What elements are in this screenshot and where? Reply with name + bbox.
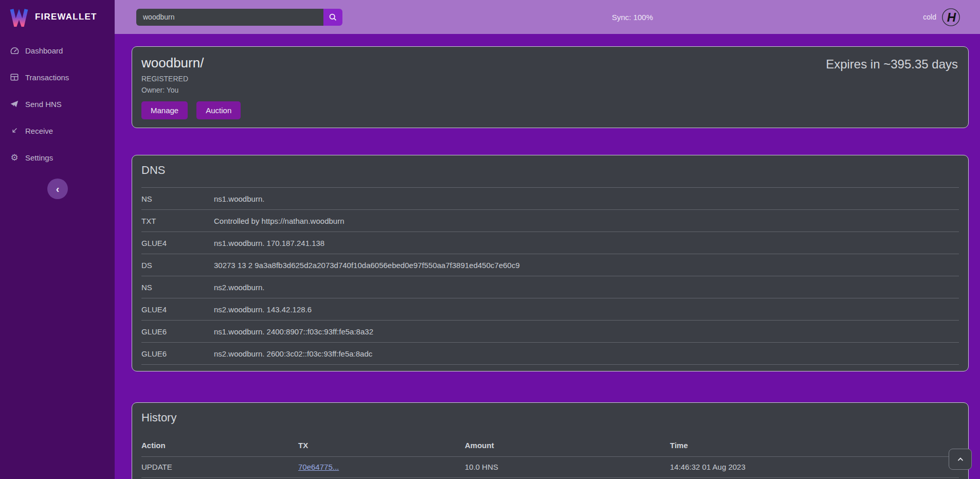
- sidebar-item-dashboard[interactable]: Dashboard: [0, 37, 115, 64]
- dns-record-row: NS ns2.woodburn.: [141, 276, 959, 298]
- dns-record-row: NS ns1.woodburn.: [141, 188, 959, 210]
- svg-text:H: H: [947, 10, 956, 24]
- history-col-time: Time: [670, 435, 959, 456]
- tx-link[interactable]: 70e64775...: [298, 463, 339, 471]
- chevron-up-icon: [956, 455, 965, 464]
- settings-icon: ⚙: [9, 153, 20, 162]
- dns-record-type: DS: [141, 254, 214, 276]
- dns-record-value: ns2.woodburn. 2600:3c02::f03c:93ff:fe5a:…: [214, 343, 959, 365]
- history-table: Action TX Amount Time UPDATE 70e64775...…: [141, 435, 959, 479]
- history-action: UPDATE: [141, 456, 298, 477]
- history-amount: 10.0 HNS: [465, 456, 670, 477]
- dashboard-icon: [9, 46, 20, 56]
- dns-record-row: GLUE4 ns2.woodburn. 143.42.128.6: [141, 298, 959, 321]
- dns-record-row: TXT Controlled by https://nathan.woodbur…: [141, 210, 959, 232]
- history-time: 14:46:32 01 Aug 2023: [670, 456, 959, 477]
- dns-record-type: GLUE4: [141, 232, 214, 254]
- dns-record-value: ns2.woodburn. 143.42.128.6: [214, 298, 959, 321]
- sidebar-item-label: Dashboard: [25, 46, 63, 55]
- dns-record-row: GLUE4 ns1.woodburn. 170.187.241.138: [141, 232, 959, 254]
- app-logo[interactable]: FIREWALLET: [0, 0, 115, 34]
- wallet-name: cold: [923, 13, 936, 21]
- topbar: Sync: 100% cold H: [115, 0, 980, 34]
- dns-record-type: NS: [141, 188, 214, 210]
- domain-status: REGISTERED: [141, 75, 959, 83]
- dns-record-type: GLUE6: [141, 321, 214, 343]
- transactions-icon: [9, 73, 20, 82]
- dns-records-table: NS ns1.woodburn. TXT Controlled by https…: [141, 187, 959, 365]
- dns-record-type: TXT: [141, 210, 214, 232]
- history-card: History Action TX Amount Time UPDATE 70e…: [132, 402, 969, 479]
- sidebar-item-label: Transactions: [25, 73, 69, 82]
- dns-card: DNS NS ns1.woodburn. TXT Controlled by h…: [132, 155, 969, 371]
- sidebar-item-transactions[interactable]: Transactions: [0, 64, 115, 91]
- auction-button[interactable]: Auction: [196, 101, 241, 119]
- sidebar-item-label: Settings: [25, 153, 53, 162]
- manage-button[interactable]: Manage: [141, 101, 188, 119]
- search-icon: [329, 13, 337, 22]
- send-icon: [9, 99, 20, 109]
- sidebar-collapse-button[interactable]: ‹: [47, 179, 68, 199]
- history-section-title: History: [141, 411, 959, 424]
- sidebar-item-label: Send HNS: [25, 100, 62, 109]
- sidebar-item-receive[interactable]: Receive: [0, 117, 115, 144]
- chevron-left-icon: ‹: [56, 183, 60, 195]
- expiry-countdown: Expires in ~395.35 days: [826, 57, 958, 72]
- dns-record-row: GLUE6 ns1.woodburn. 2400:8907::f03c:93ff…: [141, 321, 959, 343]
- dns-record-type: GLUE6: [141, 343, 214, 365]
- scroll-to-top-button[interactable]: [949, 449, 972, 470]
- search-button[interactable]: [323, 9, 342, 26]
- dns-record-value: Controlled by https://nathan.woodburn: [214, 210, 959, 232]
- dns-record-value: ns2.woodburn.: [214, 276, 959, 298]
- dns-section-title: DNS: [141, 164, 959, 177]
- sidebar: FIREWALLET Dashboard Transactions Send H…: [0, 0, 115, 479]
- receive-icon: [9, 127, 20, 135]
- search-bar: [136, 9, 342, 26]
- history-header-row: Action TX Amount Time: [141, 435, 959, 456]
- sync-status: Sync: 100%: [612, 13, 653, 22]
- search-input[interactable]: [136, 9, 323, 26]
- sidebar-item-label: Receive: [25, 127, 53, 135]
- dns-record-type: NS: [141, 276, 214, 298]
- brand-name: FIREWALLET: [35, 12, 97, 22]
- firewallet-logo-icon: [9, 7, 29, 27]
- dns-record-row: DS 30273 13 2 9a3a8fb3d625d2a2073d740f10…: [141, 254, 959, 276]
- sidebar-nav: Dashboard Transactions Send HNS Receive …: [0, 34, 115, 171]
- dns-record-row: GLUE6 ns2.woodburn. 2600:3c02::f03c:93ff…: [141, 343, 959, 365]
- history-col-action: Action: [141, 435, 298, 456]
- history-row: UPDATE 70e64775... 10.0 HNS 14:46:32 01 …: [141, 456, 959, 477]
- sidebar-item-settings[interactable]: ⚙ Settings: [0, 144, 115, 171]
- hns-logo-icon: H: [941, 8, 960, 27]
- domain-summary-card: woodburn/ REGISTERED Owner: You Manage A…: [132, 46, 969, 128]
- dns-record-type: GLUE4: [141, 298, 214, 321]
- wallet-selector[interactable]: cold H: [923, 8, 960, 27]
- dns-record-value: 30273 13 2 9a3a8fb3d625d2a2073d740f10da6…: [214, 254, 959, 276]
- dns-record-value: ns1.woodburn. 2400:8907::f03c:93ff:fe5a:…: [214, 321, 959, 343]
- domain-owner: Owner: You: [141, 86, 959, 94]
- main-content: woodburn/ REGISTERED Owner: You Manage A…: [115, 34, 980, 479]
- sidebar-item-send-hns[interactable]: Send HNS: [0, 91, 115, 117]
- history-col-amount: Amount: [465, 435, 670, 456]
- dns-record-value: ns1.woodburn. 170.187.241.138: [214, 232, 959, 254]
- history-col-tx: TX: [298, 435, 465, 456]
- dns-record-value: ns1.woodburn.: [214, 188, 959, 210]
